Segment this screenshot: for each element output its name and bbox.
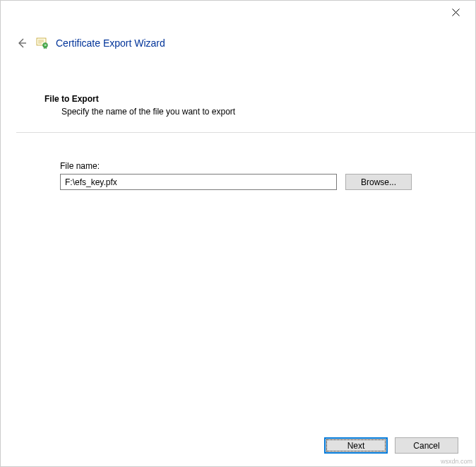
- next-button[interactable]: Next: [324, 437, 388, 454]
- back-arrow-icon: [16, 37, 28, 49]
- browse-button[interactable]: Browse...: [345, 174, 412, 190]
- section-subtext: Specify the name of the file you want to…: [61, 107, 448, 117]
- close-icon: [452, 8, 460, 16]
- filename-label: File name:: [60, 161, 448, 171]
- divider: [16, 132, 476, 133]
- wizard-content: File to Export Specify the name of the f…: [44, 94, 448, 190]
- back-button[interactable]: [15, 36, 29, 50]
- wizard-header: Certificate Export Wizard: [15, 36, 165, 50]
- close-button[interactable]: [441, 2, 470, 22]
- cancel-button[interactable]: Cancel: [395, 437, 458, 454]
- wizard-footer: Next Cancel: [324, 437, 458, 454]
- filename-row: Browse...: [60, 174, 448, 190]
- file-field-group: File name: Browse...: [60, 161, 448, 190]
- certificate-icon: [36, 37, 49, 49]
- section-heading: File to Export: [44, 94, 448, 104]
- watermark: wsxdn.com: [441, 458, 472, 465]
- filename-input[interactable]: [60, 174, 337, 190]
- wizard-title: Certificate Export Wizard: [56, 37, 165, 49]
